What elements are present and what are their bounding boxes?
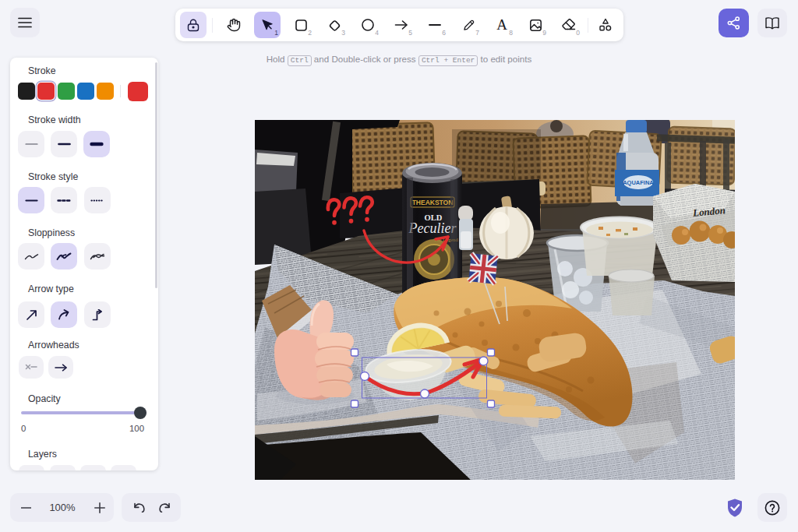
svg-text:AQUAFINA: AQUAFINA [623,179,654,186]
svg-text:THEAKSTON: THEAKSTON [412,199,454,206]
svg-text:Peculier: Peculier [408,220,457,236]
